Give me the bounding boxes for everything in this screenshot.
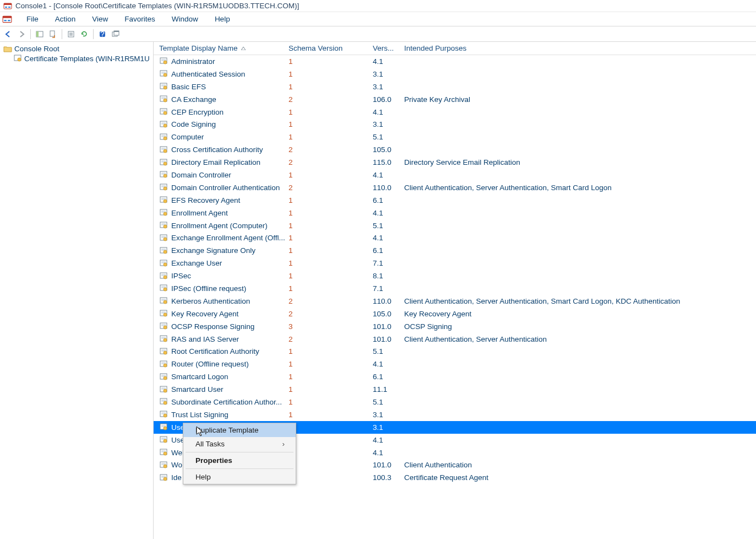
svg-rect-6 [4,20,7,21]
cell-schema: 1 [285,259,369,267]
menu-action[interactable]: Action [52,14,79,24]
row-name: Basic EFS [171,83,206,91]
cell-name: Cross Certification Authority [156,145,285,154]
cell-purposes: Client Authentication, Server Authentica… [401,297,756,305]
menu-window[interactable]: Window [168,14,202,24]
row-name: Trust List Signing [171,411,229,419]
context-menu-item[interactable]: All Tasks› [183,437,296,451]
cert-template-icon [159,120,168,129]
cert-template-icon [159,297,168,305]
cell-schema: 1 [285,83,369,91]
column-purposes[interactable]: Intended Purposes [401,43,756,53]
tree-child-label: Certificate Templates (WIN-R1R5M1U [24,55,150,63]
table-row[interactable]: OCSP Response Signing 3 101.0 OCSP Signi… [154,320,756,333]
toolbar: ? [0,26,756,42]
cert-template-icon [159,82,168,91]
svg-rect-9 [36,31,39,37]
toolbar-separator [30,29,31,39]
tree-cert-templates[interactable]: Certificate Templates (WIN-R1R5M1U [0,53,153,63]
row-name: Enrollment Agent (Computer) [171,222,268,230]
cell-version: 100.3 [369,473,401,482]
table-row[interactable]: Key Recovery Agent 2 105.0 Key Recovery … [154,308,756,320]
properties-button[interactable] [65,28,77,40]
context-menu-item[interactable]: Duplicate Template [183,423,296,437]
context-menu-item-label: Duplicate Template [195,426,259,434]
menu-view[interactable]: View [89,14,111,24]
table-row[interactable]: IPSec 1 8.1 [154,270,756,282]
cert-template-icon [159,246,168,255]
context-menu[interactable]: Duplicate TemplateAll Tasks›PropertiesHe… [183,423,296,484]
cell-name: Trust List Signing [156,410,285,419]
cert-template-icon [159,397,168,406]
menu-file[interactable]: File [23,14,42,24]
svg-point-33 [164,86,167,89]
column-version[interactable]: Vers... [369,43,401,53]
table-row[interactable]: IPSec (Offline request) 1 7.1 [154,282,756,295]
cell-schema: 1 [285,411,369,419]
table-row[interactable]: Trust List Signing 1 3.1 [154,408,756,421]
column-schema[interactable]: Schema Version [285,43,369,53]
table-row[interactable]: CEP Encryption 1 4.1 [154,106,756,118]
table-row[interactable]: CA Exchange 2 106.0 Private Key Archival [154,93,756,106]
table-row[interactable]: Domain Controller 1 4.1 [154,169,756,181]
cell-schema: 1 [285,57,369,66]
show-hide-tree-button[interactable] [34,28,46,40]
table-row[interactable]: Administrator 1 4.1 [154,55,756,68]
table-row[interactable]: Code Signing 1 3.1 [154,118,756,131]
table-row[interactable]: Smartcard User 1 11.1 [154,383,756,396]
submenu-arrow-icon: › [282,440,285,448]
table-row[interactable]: Root Certification Authority 1 5.1 [154,345,756,358]
context-menu-item[interactable]: Help [183,470,296,484]
table-row[interactable]: Domain Controller Authentication 2 110.0… [154,181,756,194]
cell-version: 105.0 [369,310,401,318]
table-row[interactable]: Kerberos Authentication 2 110.0 Client A… [154,295,756,308]
table-row[interactable]: Cross Certification Authority 2 105.0 [154,143,756,156]
svg-point-109 [164,326,167,329]
new-window-button[interactable] [110,28,122,40]
table-row[interactable]: EFS Recovery Agent 1 6.1 [154,194,756,207]
table-row[interactable]: Exchange Signature Only 1 6.1 [154,244,756,257]
table-row[interactable]: Router (Offline request) 1 4.1 [154,358,756,370]
cell-schema: 3 [285,322,369,331]
table-row[interactable]: Computer 1 5.1 [154,131,756,143]
tree-root[interactable]: Console Root [0,44,153,53]
menu-favorites[interactable]: Favorites [121,14,159,24]
cell-name: EFS Recovery Agent [156,196,285,204]
table-row[interactable]: Enrollment Agent 1 4.1 [154,207,756,219]
cell-purposes: Directory Service Email Replication [401,158,756,166]
table-row[interactable]: Basic EFS 1 3.1 [154,80,756,93]
cell-schema: 1 [285,209,369,217]
toolbar-separator [93,29,94,39]
folder-icon [3,45,12,53]
menu-help[interactable]: Help [211,14,233,24]
table-row[interactable]: RAS and IAS Server 2 101.0 Client Authen… [154,333,756,346]
cell-name: Exchange Enrollment Agent (Offl... [156,234,285,242]
forward-button[interactable] [15,28,28,40]
table-row[interactable]: Subordinate Certification Author... 1 5.… [154,396,756,408]
cert-template-icon [159,259,168,268]
table-row[interactable]: Exchange User 1 7.1 [154,257,756,270]
svg-point-41 [164,111,167,115]
table-row[interactable]: Smartcard Logon 1 6.1 [154,370,756,383]
export-list-button[interactable] [47,28,59,40]
column-schema-label: Schema Version [289,44,342,52]
tree-pane[interactable]: Console Root Certificate Templates (WIN-… [0,42,154,539]
cell-name: Key Recovery Agent [156,309,285,318]
table-row[interactable]: Exchange Enrollment Agent (Offl... 1 4.1 [154,231,756,244]
cert-template-icon [159,170,168,179]
context-menu-item[interactable]: Properties [183,454,296,467]
table-row[interactable]: Directory Email Replication 2 115.0 Dire… [154,156,756,169]
back-button[interactable] [2,28,14,40]
cell-name: Exchange User [156,259,285,268]
table-row[interactable]: Enrollment Agent (Computer) 1 5.1 [154,219,756,232]
table-row[interactable]: Authenticated Session 1 3.1 [154,68,756,80]
column-name[interactable]: Template Display Name [156,43,285,53]
cell-version: 4.1 [369,209,401,217]
svg-point-45 [164,124,167,127]
help-button[interactable]: ? [96,28,108,40]
svg-point-49 [164,137,167,140]
cell-version: 5.1 [369,222,401,230]
svg-point-153 [164,465,167,468]
svg-point-137 [164,414,167,417]
refresh-button[interactable] [78,28,90,40]
